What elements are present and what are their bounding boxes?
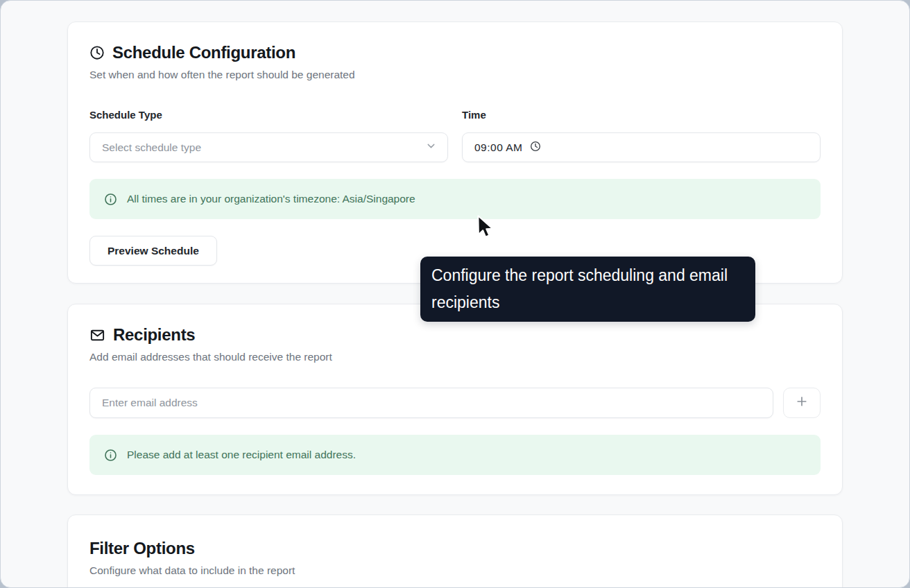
- recipients-notice-banner: Please add at least one recipient email …: [89, 435, 821, 475]
- schedule-form-row: Schedule Type Select schedule type Time …: [89, 110, 821, 162]
- filter-card-title: Filter Options: [89, 538, 821, 559]
- info-circle-icon: [104, 449, 117, 462]
- timezone-notice-banner: All times are in your organization's tim…: [89, 179, 821, 219]
- email-input[interactable]: [89, 388, 773, 418]
- preview-schedule-button[interactable]: Preview Schedule: [89, 236, 217, 266]
- schedule-type-placeholder: Select schedule type: [102, 141, 425, 154]
- schedule-type-select[interactable]: Select schedule type: [89, 132, 448, 162]
- email-input-row: [89, 388, 821, 418]
- time-value: 09:00 AM: [474, 141, 523, 154]
- info-circle-icon: [104, 193, 117, 206]
- schedule-type-label: Schedule Type: [89, 110, 448, 121]
- clock-icon: [89, 45, 105, 60]
- plus-icon: [795, 395, 809, 411]
- time-label: Time: [462, 110, 821, 121]
- schedule-card-header: Schedule Configuration: [89, 42, 821, 63]
- timezone-notice-text: All times are in your organization's tim…: [127, 193, 415, 205]
- filter-card-subtitle: Configure what data to include in the re…: [89, 564, 821, 578]
- add-recipient-button[interactable]: [783, 388, 821, 418]
- page: Schedule Configuration Set when and how …: [0, 0, 910, 588]
- schedule-card-subtitle: Set when and how often the report should…: [89, 68, 821, 82]
- chevron-down-icon: [425, 140, 437, 155]
- time-input[interactable]: 09:00 AM: [462, 132, 821, 162]
- recipients-card-title: Recipients: [113, 325, 195, 345]
- schedule-card-title: Schedule Configuration: [112, 42, 295, 63]
- time-field: Time 09:00 AM: [462, 110, 821, 162]
- recipients-notice-text: Please add at least one recipient email …: [127, 449, 356, 461]
- tooltip: Configure the report scheduling and emai…: [420, 257, 755, 322]
- schedule-configuration-card: Schedule Configuration Set when and how …: [67, 21, 843, 284]
- filter-options-card: Filter Options Configure what data to in…: [67, 514, 843, 588]
- recipients-card: Recipients Add email addresses that shou…: [67, 304, 843, 495]
- clock-small-icon: [530, 141, 541, 155]
- schedule-type-field: Schedule Type Select schedule type: [89, 110, 448, 162]
- recipients-card-subtitle: Add email addresses that should receive …: [89, 350, 821, 364]
- recipients-card-header: Recipients: [89, 325, 821, 345]
- mail-icon: [89, 327, 105, 343]
